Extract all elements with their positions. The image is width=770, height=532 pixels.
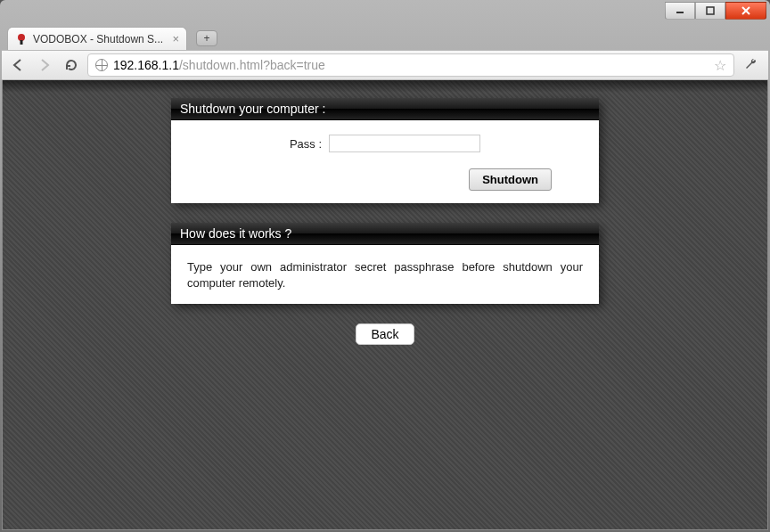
shutdown-panel: Shutdown your computer : Pass : Shutdown <box>171 98 599 203</box>
help-text: Type your own administrator secret passp… <box>187 259 583 291</box>
page-content: Shutdown your computer : Pass : Shutdown… <box>2 80 768 530</box>
arrow-right-icon <box>37 58 52 72</box>
close-icon <box>741 5 751 16</box>
window-titlebar <box>2 2 768 23</box>
globe-icon <box>95 59 108 71</box>
window-frame: VODOBOX - Shutdown S... × + 192.168.1.1/… <box>0 0 770 532</box>
help-panel: How does it works ? Type your own admini… <box>171 223 599 304</box>
help-panel-title: How does it works ? <box>171 223 599 245</box>
pass-label: Pass : <box>290 137 322 151</box>
reload-icon <box>64 58 78 72</box>
url-host: 192.168.1.1 <box>113 58 179 72</box>
reload-button[interactable] <box>61 54 82 76</box>
shutdown-panel-title: Shutdown your computer : <box>171 98 599 120</box>
favicon-icon <box>15 33 28 45</box>
browser-tab[interactable]: VODOBOX - Shutdown S... × <box>7 27 187 50</box>
tab-strip: VODOBOX - Shutdown S... × + <box>2 23 768 50</box>
back-button[interactable]: Back <box>356 323 414 345</box>
svg-rect-5 <box>20 40 23 45</box>
svg-point-4 <box>18 34 25 41</box>
maximize-icon <box>706 6 715 15</box>
plus-icon: + <box>204 32 210 45</box>
minimize-icon <box>676 6 684 15</box>
tab-title: VODOBOX - Shutdown S... <box>33 33 163 45</box>
pass-input[interactable] <box>329 135 480 152</box>
url-path: /shutdown.html?back=true <box>179 58 325 72</box>
back-nav-button[interactable] <box>7 54 29 76</box>
wrench-icon <box>743 57 759 73</box>
address-bar[interactable]: 192.168.1.1/shutdown.html?back=true ☆ <box>87 53 734 77</box>
forward-nav-button[interactable] <box>34 54 55 76</box>
browser-toolbar: 192.168.1.1/shutdown.html?back=true ☆ <box>2 50 768 80</box>
bookmark-star-icon[interactable]: ☆ <box>714 57 726 74</box>
tab-close-icon[interactable]: × <box>172 32 179 45</box>
window-minimize-button[interactable] <box>665 2 695 20</box>
window-maximize-button[interactable] <box>695 2 725 20</box>
window-close-button[interactable] <box>725 2 766 20</box>
shutdown-button[interactable]: Shutdown <box>469 168 552 191</box>
settings-menu-button[interactable] <box>740 53 763 77</box>
new-tab-button[interactable]: + <box>196 30 217 46</box>
svg-rect-1 <box>707 7 714 14</box>
arrow-left-icon <box>11 58 25 72</box>
